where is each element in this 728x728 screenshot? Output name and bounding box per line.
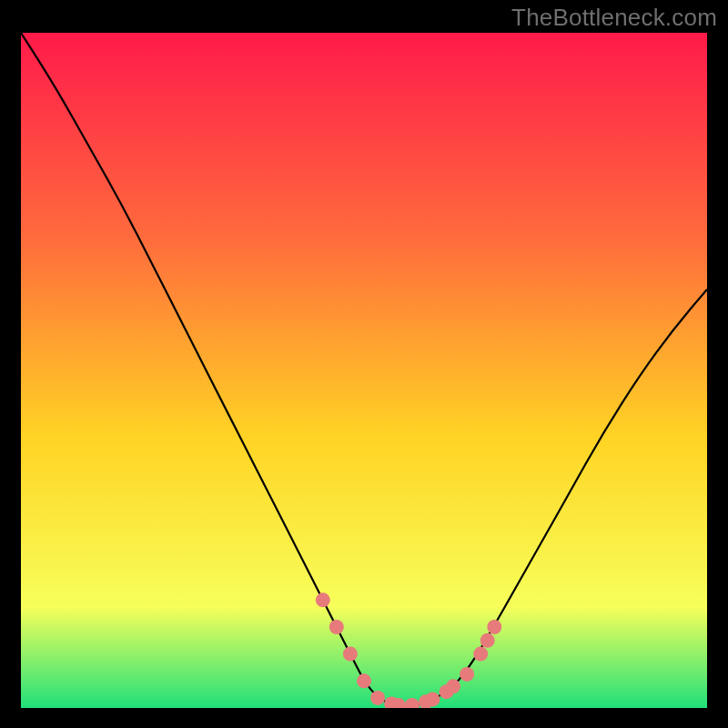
watermark-text: TheBottleneck.com: [511, 4, 717, 32]
gradient-background: [21, 33, 707, 708]
marker-point: [425, 692, 440, 706]
marker-point: [487, 620, 501, 634]
chart-svg: [21, 33, 707, 708]
chart-frame: TheBottleneck.com: [0, 0, 728, 728]
marker-point: [460, 667, 474, 682]
marker-point: [446, 679, 460, 693]
marker-point: [329, 620, 344, 634]
marker-point: [357, 673, 371, 688]
marker-point: [480, 633, 495, 648]
marker-point: [370, 691, 385, 705]
marker-point: [473, 647, 488, 662]
marker-point: [343, 647, 358, 662]
plot-area: [21, 33, 707, 708]
marker-point: [316, 592, 330, 607]
